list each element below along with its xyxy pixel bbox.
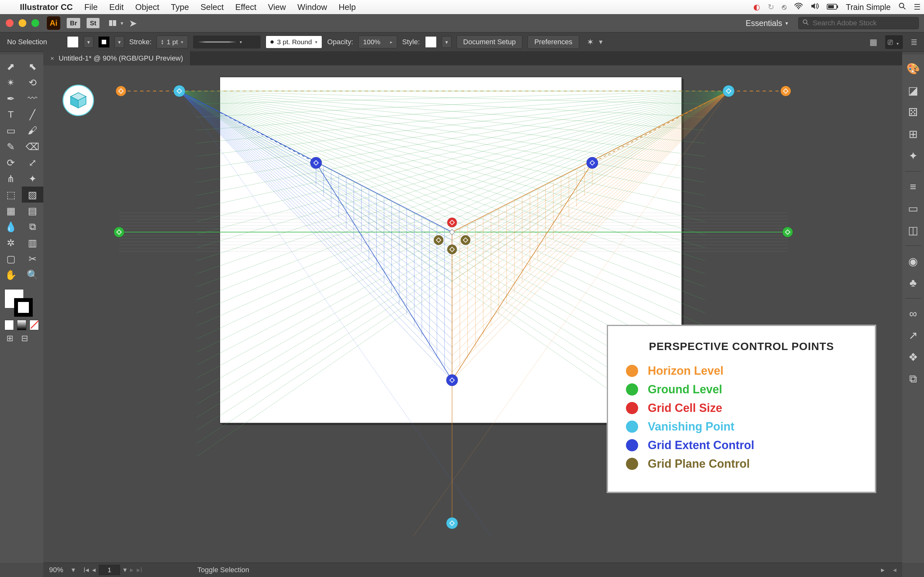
canvas[interactable]: PERSPECTIVE CONTROL POINTS Horizon Level… — [43, 65, 902, 563]
links-panel-icon[interactable]: ↗ — [909, 329, 918, 342]
tool-type[interactable]: T — [0, 106, 22, 122]
grid-plane-control-bottom[interactable] — [447, 245, 457, 254]
tool-scale[interactable]: ⤢ — [22, 155, 44, 171]
tool-lasso[interactable]: ⟲ — [22, 74, 44, 90]
tool-rotate[interactable]: ⟳ — [0, 155, 22, 171]
tool-rectangle[interactable]: ▭ — [0, 122, 22, 139]
variable-width-profile[interactable]: ▾ — [193, 35, 260, 48]
tool-width[interactable]: ⋔ — [0, 171, 22, 187]
preferences-button[interactable]: Preferences — [527, 35, 579, 49]
fill-swatch[interactable] — [67, 36, 79, 48]
tool-selection[interactable]: ⬈ — [0, 58, 22, 74]
sync-settings-icon[interactable]: ➤ — [129, 18, 137, 29]
color-mode-none[interactable] — [29, 320, 39, 330]
tool-eraser[interactable]: ⌫ — [22, 139, 44, 155]
grid-plane-control-left[interactable] — [434, 235, 443, 245]
time-machine-icon[interactable]: ↻ — [768, 3, 774, 11]
color-mode-solid[interactable] — [5, 320, 14, 330]
zoom-dropdown[interactable]: ▾ — [71, 566, 75, 574]
document-tab[interactable]: × Untitled-1* @ 90% (RGB/GPU Preview) — [43, 51, 191, 65]
status-info-menu[interactable]: ▸ — [881, 566, 885, 574]
tool-magic-wand[interactable]: ✴ — [0, 74, 22, 90]
tool-paintbrush[interactable]: 🖌 — [22, 122, 44, 139]
workspace-switcher[interactable]: Essentials ▾ — [740, 17, 793, 30]
tool-blend[interactable]: ⧉ — [22, 219, 44, 235]
tool-artboard[interactable]: ▢ — [0, 251, 22, 267]
menu-help[interactable]: Help — [333, 2, 362, 12]
fill-dropdown[interactable]: ▾ — [84, 36, 94, 48]
tool-pen[interactable]: ✒ — [0, 90, 22, 106]
brush-definition[interactable]: 3 pt. Round ▾ — [266, 35, 322, 48]
tool-free-transform[interactable]: ✦ — [22, 171, 44, 187]
bluetooth-icon[interactable]: ⎋ — [782, 3, 787, 11]
brushes-panel-icon[interactable]: ⊞ — [909, 127, 918, 140]
menu-type[interactable]: Type — [165, 2, 195, 12]
stroke-weight-field[interactable]: ▴▾ 1 pt ▾ — [157, 35, 188, 48]
symbols-panel-icon[interactable]: ✦ — [909, 149, 918, 162]
menu-extras-icon[interactable]: ☰ — [914, 3, 921, 11]
zoom-window-button[interactable] — [31, 19, 39, 27]
adobe-stock-search-input[interactable] — [812, 19, 903, 27]
vanishing-point-right[interactable] — [723, 85, 734, 97]
menu-edit[interactable]: Edit — [103, 2, 129, 12]
grid-cell-size-handle[interactable] — [447, 218, 457, 227]
app-menu[interactable]: Illustrator CC — [14, 2, 79, 12]
bridge-shortcut[interactable]: Br — [67, 18, 80, 28]
change-screen-mode[interactable]: ⊟ — [21, 334, 31, 343]
more-options-icon[interactable]: ≣ — [911, 37, 918, 47]
grid-extent-control-left[interactable] — [310, 157, 322, 169]
horizon-level-handle-right[interactable] — [780, 86, 791, 96]
appearance-panel-icon[interactable]: ◉ — [908, 255, 918, 268]
spotlight-icon[interactable] — [898, 2, 906, 12]
last-artboard-button[interactable]: ▸I — [137, 566, 142, 574]
gradient-panel-icon[interactable]: ▭ — [908, 202, 918, 215]
style-swatch[interactable] — [425, 36, 437, 48]
opacity-field[interactable]: 100% ▸ — [359, 35, 397, 48]
grid-extent-control-right[interactable] — [586, 157, 598, 169]
color-guide-panel-icon[interactable]: ◪ — [908, 84, 918, 97]
tool-gradient[interactable]: ▤ — [22, 203, 44, 219]
wifi-icon[interactable] — [794, 3, 803, 11]
document-setup-button[interactable]: Document Setup — [457, 35, 523, 49]
adobe-stock-search[interactable] — [798, 17, 919, 29]
tool-mesh[interactable]: ▦ — [0, 203, 22, 219]
menu-object[interactable]: Object — [129, 2, 165, 12]
next-artboard-button[interactable]: ▸ — [130, 566, 134, 574]
style-dropdown[interactable]: ▾ — [442, 36, 451, 48]
horizon-level-handle-left[interactable] — [116, 86, 126, 96]
tool-symbol-sprayer[interactable]: ✲ — [0, 235, 22, 251]
prev-artboard-button[interactable]: ◂ — [92, 566, 95, 574]
artboard-number-dropdown[interactable]: ▾ — [123, 566, 127, 574]
stroke-swatch[interactable] — [99, 37, 110, 47]
menu-window[interactable]: Window — [292, 2, 333, 12]
arrange-documents[interactable]: ▾ — [109, 20, 123, 26]
grid-plane-control-right[interactable] — [461, 235, 470, 245]
color-mode-gradient[interactable] — [17, 320, 26, 330]
libraries-panel-icon[interactable]: ∞ — [909, 308, 917, 320]
menu-file[interactable]: File — [79, 2, 103, 12]
close-window-button[interactable] — [6, 19, 13, 27]
align-panel-icon[interactable]: ⎚ ▾ — [885, 35, 903, 49]
transform-panel-icon[interactable]: ▦ — [869, 37, 877, 47]
scroll-left-icon[interactable]: ◂ — [893, 566, 897, 574]
tool-slice[interactable]: ✂ — [22, 251, 44, 267]
artboards-panel-icon[interactable]: ⧉ — [909, 372, 917, 385]
swatches-panel-icon[interactable]: ⚄ — [908, 106, 918, 119]
color-panel-icon[interactable]: 🎨 — [906, 62, 920, 75]
tool-pencil[interactable]: ✎ — [0, 139, 22, 155]
align-to-icon[interactable]: ✶ — [587, 37, 594, 47]
macos-username[interactable]: Train Simple — [846, 3, 891, 12]
ground-level-handle-left[interactable] — [114, 227, 124, 237]
menu-select[interactable]: Select — [195, 2, 229, 12]
stroke-color[interactable] — [14, 298, 33, 317]
stock-shortcut[interactable]: St — [87, 18, 99, 28]
menu-effect[interactable]: Effect — [229, 2, 262, 12]
tool-hand[interactable]: ✋ — [0, 267, 22, 283]
first-artboard-button[interactable]: I◂ — [83, 566, 89, 574]
close-tab-icon[interactable]: × — [50, 55, 54, 62]
fill-stroke-control[interactable] — [0, 288, 43, 317]
graphic-styles-panel-icon[interactable]: ♣ — [909, 277, 917, 289]
tool-column-graph[interactable]: ▥ — [22, 235, 44, 251]
zoom-level[interactable]: 90% — [49, 566, 63, 574]
artboard-number-field[interactable] — [99, 565, 120, 575]
